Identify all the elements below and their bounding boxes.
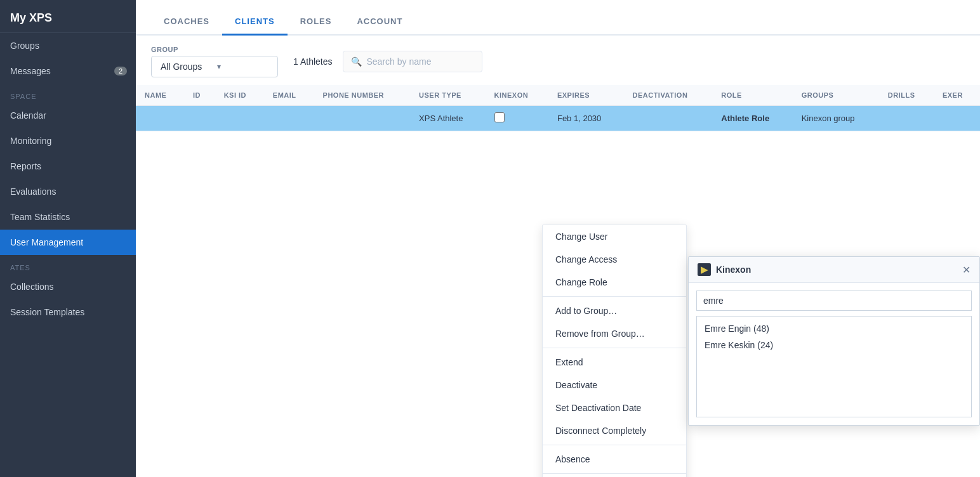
sidebar-item-monitoring[interactable]: Monitoring bbox=[0, 128, 136, 154]
cell-phone bbox=[314, 106, 410, 131]
col-id: ID bbox=[184, 85, 215, 106]
context-menu-set-deactivation[interactable]: Set Deactivation Date bbox=[543, 396, 686, 419]
col-phone: PHONE NUMBER bbox=[314, 85, 410, 106]
kinexon-popup-body: Emre Engin (48) Emre Keskin (24) bbox=[689, 283, 979, 425]
search-box[interactable]: 🔍 Search by name bbox=[343, 51, 482, 72]
chevron-down-icon: ▾ bbox=[217, 62, 268, 71]
sidebar-item-reports[interactable]: Reports bbox=[0, 154, 136, 179]
messages-badge: 2 bbox=[114, 67, 127, 75]
tab-bar: COACHES CLIENTS ROLES ACCOUNT bbox=[136, 0, 980, 36]
divider-2 bbox=[543, 348, 686, 348]
tab-coaches[interactable]: COACHES bbox=[151, 6, 222, 36]
col-expires: EXPIRES bbox=[548, 85, 624, 106]
context-menu-disconnect[interactable]: Disconnect Completely bbox=[543, 419, 686, 442]
context-menu-absence[interactable]: Absence bbox=[543, 448, 686, 471]
group-select-value: All Groups bbox=[161, 62, 212, 72]
sidebar-item-groups[interactable]: Groups bbox=[0, 33, 136, 58]
col-exer: EXER bbox=[934, 85, 980, 106]
context-menu-add-group[interactable]: Add to Group… bbox=[543, 299, 686, 322]
cell-kinexon bbox=[486, 106, 548, 131]
kinexon-results-list: Emre Engin (48) Emre Keskin (24) bbox=[696, 316, 972, 417]
col-kinexon: KINEXON bbox=[486, 85, 548, 106]
kinexon-popup-header: ▶ Kinexon ✕ bbox=[689, 257, 979, 283]
context-menu-change-role[interactable]: Change Role bbox=[543, 271, 686, 294]
main-content: COACHES CLIENTS ROLES ACCOUNT GROUP All … bbox=[136, 0, 980, 477]
tab-roles[interactable]: ROLES bbox=[288, 6, 345, 36]
cell-email bbox=[264, 106, 314, 131]
context-menu-extend[interactable]: Extend bbox=[543, 351, 686, 374]
clients-table: NAME ID KSI ID EMAIL PHONE NUMBER USER T… bbox=[136, 85, 980, 131]
cell-user-type: XPS Athlete bbox=[410, 106, 486, 131]
sidebar-section-ates: ATES bbox=[0, 255, 136, 274]
divider-3 bbox=[543, 445, 686, 445]
col-email: EMAIL bbox=[264, 85, 314, 106]
context-menu: Change User Change Access Change Role Ad… bbox=[542, 225, 687, 477]
search-icon: 🔍 bbox=[351, 56, 362, 67]
cell-exer bbox=[934, 106, 980, 131]
col-deactivation: DEACTIVATION bbox=[623, 85, 712, 106]
col-drills: DRILLS bbox=[879, 85, 934, 106]
kinexon-search-input[interactable] bbox=[696, 291, 972, 311]
cell-drills bbox=[879, 106, 934, 131]
tab-account[interactable]: ACCOUNT bbox=[344, 6, 415, 36]
sidebar-item-calendar[interactable]: Calendar bbox=[0, 103, 136, 128]
col-groups: GROUPS bbox=[793, 85, 879, 106]
table-row[interactable]: XPS Athlete Feb 1, 2030 Athlete Role Kin… bbox=[136, 106, 980, 131]
sidebar-item-user-management[interactable]: User Management bbox=[0, 230, 136, 255]
search-placeholder: Search by name bbox=[367, 56, 432, 67]
table-wrapper: NAME ID KSI ID EMAIL PHONE NUMBER USER T… bbox=[136, 85, 980, 477]
group-selector-wrapper: GROUP All Groups ▾ bbox=[151, 46, 278, 77]
close-icon[interactable]: ✕ bbox=[962, 264, 970, 276]
cell-id bbox=[184, 106, 215, 131]
cell-role: Athlete Role bbox=[712, 106, 792, 131]
sidebar-item-session-templates[interactable]: Session Templates bbox=[0, 299, 136, 325]
group-label: GROUP bbox=[151, 46, 278, 53]
athletes-count: 1 Athletes bbox=[293, 56, 333, 67]
col-user-type: USER TYPE bbox=[410, 85, 486, 106]
sidebar-section-space: SPACE bbox=[0, 84, 136, 103]
cell-ksi-id bbox=[215, 106, 264, 131]
sidebar-item-messages[interactable]: Messages 2 bbox=[0, 58, 136, 84]
col-role: ROLE bbox=[712, 85, 792, 106]
sidebar-item-team-statistics[interactable]: Team Statistics bbox=[0, 204, 136, 230]
kinexon-logo: ▶ bbox=[698, 263, 711, 276]
kinexon-popup: ▶ Kinexon ✕ Emre Engin (48) Emre Keskin … bbox=[688, 256, 980, 426]
cell-name bbox=[136, 106, 184, 131]
kinexon-checkbox[interactable] bbox=[494, 112, 505, 122]
kinexon-popup-title: Kinexon bbox=[716, 265, 957, 275]
context-menu-change-access[interactable]: Change Access bbox=[543, 248, 686, 271]
col-name: NAME bbox=[136, 85, 184, 106]
col-ksi-id: KSI ID bbox=[215, 85, 264, 106]
context-menu-remove-group[interactable]: Remove from Group… bbox=[543, 322, 686, 345]
cell-groups: Kinexon group bbox=[793, 106, 879, 131]
table-header-row: NAME ID KSI ID EMAIL PHONE NUMBER USER T… bbox=[136, 85, 980, 106]
toolbar: GROUP All Groups ▾ 1 Athletes 🔍 Search b… bbox=[136, 36, 980, 85]
kinexon-list-item[interactable]: Emre Engin (48) bbox=[701, 320, 967, 337]
divider-4 bbox=[543, 473, 686, 474]
sidebar-item-collections[interactable]: Collections bbox=[0, 274, 136, 299]
sidebar: My XPS Groups Messages 2 SPACE Calendar … bbox=[0, 0, 136, 477]
group-select-dropdown[interactable]: All Groups ▾ bbox=[151, 56, 278, 77]
app-title: My XPS bbox=[0, 0, 136, 33]
divider-1 bbox=[543, 296, 686, 297]
sidebar-item-evaluations[interactable]: Evaluations bbox=[0, 179, 136, 204]
kinexon-list-item[interactable]: Emre Keskin (24) bbox=[701, 337, 967, 353]
context-menu-deactivate[interactable]: Deactivate bbox=[543, 374, 686, 396]
cell-expires: Feb 1, 2030 bbox=[548, 106, 624, 131]
context-menu-change-user[interactable]: Change User bbox=[543, 225, 686, 248]
cell-deactivation bbox=[623, 106, 712, 131]
tab-clients[interactable]: CLIENTS bbox=[222, 6, 288, 36]
